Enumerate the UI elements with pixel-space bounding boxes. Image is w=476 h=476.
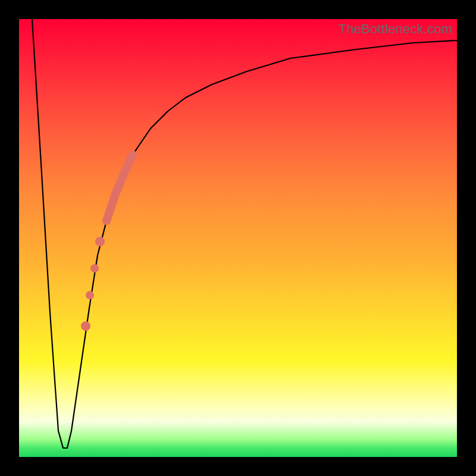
highlight-dot-2 (90, 264, 99, 273)
highlight-dot-4 (81, 321, 90, 331)
highlight-dot-3 (86, 291, 94, 299)
curve-svg (19, 19, 457, 457)
plot-area: TheBottleneck.com (19, 19, 457, 457)
highlight-dot-1 (95, 237, 105, 246)
chart-frame: TheBottleneck.com (0, 0, 476, 476)
bottleneck-curve (32, 19, 457, 448)
highlight-segment (107, 155, 133, 221)
